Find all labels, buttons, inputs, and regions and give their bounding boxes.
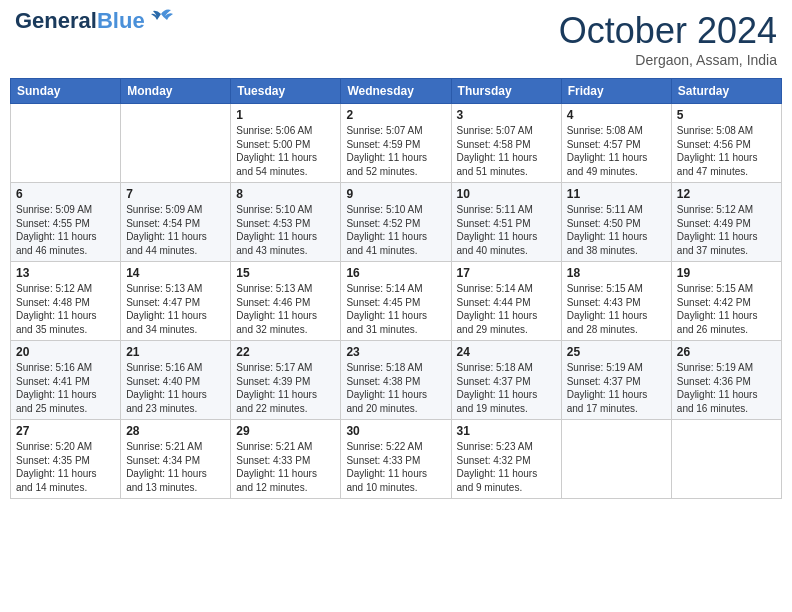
day-info: Sunrise: 5:10 AM Sunset: 4:52 PM Dayligh… (346, 203, 445, 257)
weekday-row: SundayMondayTuesdayWednesdayThursdayFrid… (11, 79, 782, 104)
calendar-cell: 1Sunrise: 5:06 AM Sunset: 5:00 PM Daylig… (231, 104, 341, 183)
calendar-cell: 12Sunrise: 5:12 AM Sunset: 4:49 PM Dayli… (671, 183, 781, 262)
day-number: 15 (236, 266, 335, 280)
calendar-cell: 15Sunrise: 5:13 AM Sunset: 4:46 PM Dayli… (231, 262, 341, 341)
day-info: Sunrise: 5:18 AM Sunset: 4:37 PM Dayligh… (457, 361, 556, 415)
day-info: Sunrise: 5:19 AM Sunset: 4:36 PM Dayligh… (677, 361, 776, 415)
day-number: 16 (346, 266, 445, 280)
weekday-header-saturday: Saturday (671, 79, 781, 104)
month-title: October 2024 (559, 10, 777, 52)
day-number: 9 (346, 187, 445, 201)
week-row-4: 20Sunrise: 5:16 AM Sunset: 4:41 PM Dayli… (11, 341, 782, 420)
calendar-cell (561, 420, 671, 499)
logo-bird-icon (147, 6, 175, 28)
day-number: 11 (567, 187, 666, 201)
calendar: SundayMondayTuesdayWednesdayThursdayFrid… (10, 78, 782, 499)
day-info: Sunrise: 5:20 AM Sunset: 4:35 PM Dayligh… (16, 440, 115, 494)
day-info: Sunrise: 5:07 AM Sunset: 4:59 PM Dayligh… (346, 124, 445, 178)
weekday-header-tuesday: Tuesday (231, 79, 341, 104)
day-number: 23 (346, 345, 445, 359)
weekday-header-thursday: Thursday (451, 79, 561, 104)
calendar-cell: 22Sunrise: 5:17 AM Sunset: 4:39 PM Dayli… (231, 341, 341, 420)
calendar-cell: 10Sunrise: 5:11 AM Sunset: 4:51 PM Dayli… (451, 183, 561, 262)
calendar-cell: 14Sunrise: 5:13 AM Sunset: 4:47 PM Dayli… (121, 262, 231, 341)
day-info: Sunrise: 5:11 AM Sunset: 4:51 PM Dayligh… (457, 203, 556, 257)
day-number: 25 (567, 345, 666, 359)
calendar-cell: 6Sunrise: 5:09 AM Sunset: 4:55 PM Daylig… (11, 183, 121, 262)
day-number: 1 (236, 108, 335, 122)
week-row-2: 6Sunrise: 5:09 AM Sunset: 4:55 PM Daylig… (11, 183, 782, 262)
weekday-header-sunday: Sunday (11, 79, 121, 104)
day-number: 17 (457, 266, 556, 280)
day-number: 3 (457, 108, 556, 122)
calendar-cell: 28Sunrise: 5:21 AM Sunset: 4:34 PM Dayli… (121, 420, 231, 499)
day-number: 30 (346, 424, 445, 438)
calendar-cell: 29Sunrise: 5:21 AM Sunset: 4:33 PM Dayli… (231, 420, 341, 499)
day-number: 22 (236, 345, 335, 359)
day-info: Sunrise: 5:14 AM Sunset: 4:45 PM Dayligh… (346, 282, 445, 336)
calendar-cell: 3Sunrise: 5:07 AM Sunset: 4:58 PM Daylig… (451, 104, 561, 183)
day-number: 20 (16, 345, 115, 359)
day-info: Sunrise: 5:21 AM Sunset: 4:34 PM Dayligh… (126, 440, 225, 494)
calendar-cell: 23Sunrise: 5:18 AM Sunset: 4:38 PM Dayli… (341, 341, 451, 420)
calendar-cell: 9Sunrise: 5:10 AM Sunset: 4:52 PM Daylig… (341, 183, 451, 262)
day-number: 29 (236, 424, 335, 438)
location: Dergaon, Assam, India (559, 52, 777, 68)
day-number: 6 (16, 187, 115, 201)
calendar-cell: 20Sunrise: 5:16 AM Sunset: 4:41 PM Dayli… (11, 341, 121, 420)
calendar-cell (121, 104, 231, 183)
calendar-cell (11, 104, 121, 183)
week-row-3: 13Sunrise: 5:12 AM Sunset: 4:48 PM Dayli… (11, 262, 782, 341)
day-number: 13 (16, 266, 115, 280)
day-number: 21 (126, 345, 225, 359)
calendar-body: 1Sunrise: 5:06 AM Sunset: 5:00 PM Daylig… (11, 104, 782, 499)
header: GeneralBlue October 2024 Dergaon, Assam,… (10, 10, 782, 68)
day-number: 2 (346, 108, 445, 122)
calendar-cell: 16Sunrise: 5:14 AM Sunset: 4:45 PM Dayli… (341, 262, 451, 341)
calendar-header: SundayMondayTuesdayWednesdayThursdayFrid… (11, 79, 782, 104)
day-number: 7 (126, 187, 225, 201)
day-info: Sunrise: 5:08 AM Sunset: 4:56 PM Dayligh… (677, 124, 776, 178)
day-number: 8 (236, 187, 335, 201)
day-info: Sunrise: 5:15 AM Sunset: 4:42 PM Dayligh… (677, 282, 776, 336)
day-info: Sunrise: 5:07 AM Sunset: 4:58 PM Dayligh… (457, 124, 556, 178)
day-info: Sunrise: 5:23 AM Sunset: 4:32 PM Dayligh… (457, 440, 556, 494)
day-info: Sunrise: 5:10 AM Sunset: 4:53 PM Dayligh… (236, 203, 335, 257)
day-number: 10 (457, 187, 556, 201)
day-info: Sunrise: 5:17 AM Sunset: 4:39 PM Dayligh… (236, 361, 335, 415)
calendar-cell: 13Sunrise: 5:12 AM Sunset: 4:48 PM Dayli… (11, 262, 121, 341)
week-row-1: 1Sunrise: 5:06 AM Sunset: 5:00 PM Daylig… (11, 104, 782, 183)
day-info: Sunrise: 5:21 AM Sunset: 4:33 PM Dayligh… (236, 440, 335, 494)
calendar-cell: 26Sunrise: 5:19 AM Sunset: 4:36 PM Dayli… (671, 341, 781, 420)
day-number: 26 (677, 345, 776, 359)
day-info: Sunrise: 5:09 AM Sunset: 4:55 PM Dayligh… (16, 203, 115, 257)
calendar-cell: 7Sunrise: 5:09 AM Sunset: 4:54 PM Daylig… (121, 183, 231, 262)
calendar-cell: 21Sunrise: 5:16 AM Sunset: 4:40 PM Dayli… (121, 341, 231, 420)
calendar-cell: 8Sunrise: 5:10 AM Sunset: 4:53 PM Daylig… (231, 183, 341, 262)
title-block: October 2024 Dergaon, Assam, India (559, 10, 777, 68)
calendar-cell: 18Sunrise: 5:15 AM Sunset: 4:43 PM Dayli… (561, 262, 671, 341)
day-info: Sunrise: 5:14 AM Sunset: 4:44 PM Dayligh… (457, 282, 556, 336)
weekday-header-friday: Friday (561, 79, 671, 104)
calendar-cell: 2Sunrise: 5:07 AM Sunset: 4:59 PM Daylig… (341, 104, 451, 183)
calendar-cell: 11Sunrise: 5:11 AM Sunset: 4:50 PM Dayli… (561, 183, 671, 262)
day-info: Sunrise: 5:06 AM Sunset: 5:00 PM Dayligh… (236, 124, 335, 178)
day-info: Sunrise: 5:11 AM Sunset: 4:50 PM Dayligh… (567, 203, 666, 257)
calendar-cell: 4Sunrise: 5:08 AM Sunset: 4:57 PM Daylig… (561, 104, 671, 183)
day-number: 24 (457, 345, 556, 359)
day-number: 14 (126, 266, 225, 280)
day-info: Sunrise: 5:12 AM Sunset: 4:48 PM Dayligh… (16, 282, 115, 336)
day-info: Sunrise: 5:08 AM Sunset: 4:57 PM Dayligh… (567, 124, 666, 178)
weekday-header-wednesday: Wednesday (341, 79, 451, 104)
calendar-cell: 30Sunrise: 5:22 AM Sunset: 4:33 PM Dayli… (341, 420, 451, 499)
day-info: Sunrise: 5:12 AM Sunset: 4:49 PM Dayligh… (677, 203, 776, 257)
day-info: Sunrise: 5:15 AM Sunset: 4:43 PM Dayligh… (567, 282, 666, 336)
calendar-cell: 5Sunrise: 5:08 AM Sunset: 4:56 PM Daylig… (671, 104, 781, 183)
calendar-cell: 25Sunrise: 5:19 AM Sunset: 4:37 PM Dayli… (561, 341, 671, 420)
calendar-cell: 17Sunrise: 5:14 AM Sunset: 4:44 PM Dayli… (451, 262, 561, 341)
logo-text: GeneralBlue (15, 10, 145, 32)
day-number: 31 (457, 424, 556, 438)
logo: GeneralBlue (15, 10, 175, 32)
calendar-cell: 27Sunrise: 5:20 AM Sunset: 4:35 PM Dayli… (11, 420, 121, 499)
day-info: Sunrise: 5:18 AM Sunset: 4:38 PM Dayligh… (346, 361, 445, 415)
